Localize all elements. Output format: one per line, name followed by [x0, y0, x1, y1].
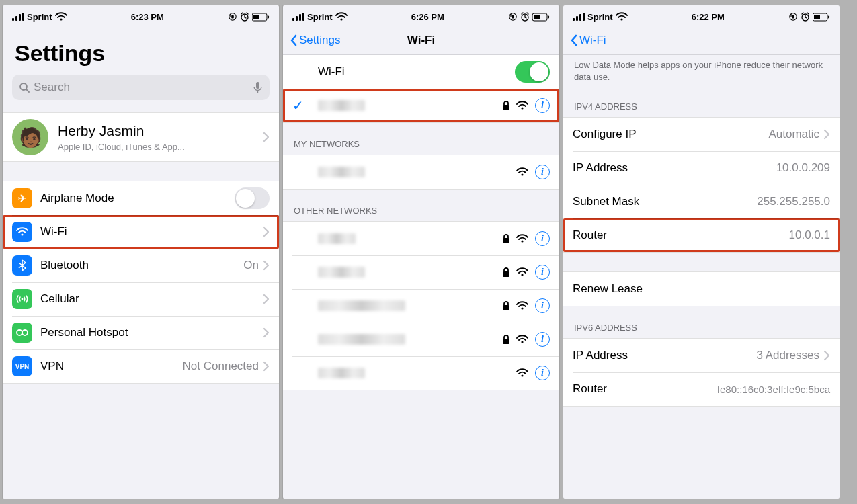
- lock-icon: [501, 101, 511, 110]
- airplane-label: Airplane Mode: [40, 192, 114, 205]
- network-row[interactable]: i: [283, 356, 559, 390]
- orientation-lock-icon: [788, 12, 798, 22]
- wifi-toggle[interactable]: [515, 61, 550, 83]
- airplane-toggle[interactable]: [235, 187, 270, 209]
- airplane-icon: ✈︎: [12, 188, 32, 208]
- screen-wifi-details: Sprint 6:22 PM Wi-Fi Low Data Mode helps…: [563, 5, 840, 499]
- carrier-text: Sprint: [27, 12, 52, 22]
- network-name-blurred: [318, 100, 365, 111]
- status-bar: Sprint 6:22 PM: [563, 5, 840, 26]
- info-icon[interactable]: i: [535, 332, 550, 347]
- subnet-row: Subnet Mask 255.255.255.0: [563, 185, 840, 218]
- connected-network-row[interactable]: ✓ i: [283, 89, 559, 122]
- bluetooth-row[interactable]: Bluetooth On: [3, 249, 279, 282]
- wifi-toggle-row[interactable]: Wi-Fi: [283, 55, 559, 89]
- network-row[interactable]: i: [283, 222, 559, 255]
- wifi-strength-icon: [516, 101, 528, 110]
- nav-title: Wi-Fi: [407, 34, 435, 47]
- router-row: Router 10.0.0.1: [563, 218, 840, 252]
- info-icon[interactable]: i: [535, 165, 550, 179]
- info-icon[interactable]: i: [535, 298, 550, 313]
- info-icon[interactable]: i: [535, 366, 550, 380]
- subnet-value: 255.255.255.0: [757, 195, 830, 208]
- network-row[interactable]: i: [283, 255, 559, 289]
- svg-point-16: [22, 298, 24, 300]
- wifi-strength-icon: [516, 301, 528, 310]
- vpn-label: VPN: [40, 360, 64, 373]
- low-data-note: Low Data Mode helps apps on your iPhone …: [563, 55, 840, 96]
- info-icon[interactable]: i: [535, 265, 550, 280]
- orientation-lock-icon: [508, 12, 518, 22]
- svg-point-18: [22, 330, 28, 335]
- header-other-networks: OTHER NETWORKS: [283, 190, 559, 221]
- nav-bar: Wi-Fi: [563, 26, 840, 55]
- configure-ip-row[interactable]: Configure IP Automatic: [563, 118, 840, 151]
- wifi-label: Wi-Fi: [40, 225, 67, 239]
- cellular-row[interactable]: Cellular: [3, 282, 279, 316]
- chevron-right-icon: [823, 129, 830, 140]
- hotspot-label: Personal Hotspot: [40, 326, 128, 339]
- ipv6-ip-label: IP Address: [573, 349, 628, 362]
- router-value: 10.0.0.1: [789, 228, 830, 242]
- network-row[interactable]: i: [283, 323, 559, 356]
- wifi-icon: [12, 222, 32, 242]
- bluetooth-value: On: [243, 259, 259, 272]
- bluetooth-label: Bluetooth: [40, 259, 89, 272]
- renew-lease-row[interactable]: Renew Lease: [563, 272, 840, 306]
- page-title: Settings: [3, 26, 279, 71]
- status-bar: Sprint 6:23 PM: [3, 5, 279, 26]
- lock-icon: [501, 301, 511, 310]
- vpn-row[interactable]: VPN VPN Not Connected: [3, 349, 279, 383]
- svg-point-17: [17, 330, 22, 335]
- network-name-blurred: [318, 334, 405, 345]
- status-time: 6:22 PM: [692, 12, 725, 22]
- status-time: 6:23 PM: [131, 12, 164, 22]
- alarm-icon: [240, 12, 249, 22]
- chevron-right-icon: [263, 327, 270, 338]
- configure-ip-value: Automatic: [768, 128, 819, 141]
- chevron-right-icon: [823, 350, 830, 361]
- battery-icon: [532, 13, 550, 22]
- wifi-row[interactable]: Wi-Fi: [3, 215, 279, 249]
- carrier-text: Sprint: [587, 12, 613, 22]
- chevron-right-icon: [263, 260, 270, 271]
- search-icon: [19, 82, 30, 93]
- header-ipv4: IPV4 ADDRESS: [563, 96, 840, 117]
- network-row[interactable]: i: [283, 289, 559, 323]
- renew-lease-label: Renew Lease: [573, 282, 643, 296]
- orientation-lock-icon: [228, 12, 237, 22]
- wifi-strength-icon: [516, 167, 528, 177]
- battery-icon: [813, 13, 830, 22]
- hotspot-row[interactable]: Personal Hotspot: [3, 316, 279, 349]
- header-my-networks: MY NETWORKS: [283, 123, 559, 155]
- airplane-mode-row[interactable]: ✈︎ Airplane Mode: [3, 181, 279, 215]
- status-time: 6:26 PM: [411, 12, 444, 22]
- network-name-blurred: [318, 167, 365, 177]
- account-row[interactable]: 🧑🏾 Herby Jasmin Apple ID, iCloud, iTunes…: [3, 113, 279, 161]
- cellular-label: Cellular: [40, 292, 79, 306]
- nav-bar: Settings Wi-Fi: [283, 26, 559, 55]
- back-chevron-icon: [570, 34, 578, 46]
- checkmark-icon: ✓: [292, 97, 318, 114]
- search-input[interactable]: Search: [12, 75, 270, 100]
- info-icon[interactable]: i: [535, 231, 550, 246]
- ipv6-router-label: Router: [573, 382, 607, 396]
- wifi-status-icon: [335, 12, 348, 22]
- header-ipv6: IPV6 ADDRESS: [563, 306, 840, 338]
- ipv6-ip-row[interactable]: IP Address 3 Addresses: [563, 339, 840, 372]
- vpn-icon: VPN: [12, 356, 32, 376]
- lock-icon: [501, 234, 511, 243]
- ip-address-label: IP Address: [573, 161, 628, 175]
- back-label: Settings: [299, 34, 340, 47]
- wifi-strength-icon: [516, 368, 528, 378]
- ip-address-value: 10.0.0.209: [776, 161, 830, 175]
- network-name-blurred: [318, 300, 405, 311]
- wifi-status-icon: [55, 12, 67, 22]
- info-icon[interactable]: i: [535, 98, 550, 113]
- back-button[interactable]: Settings: [290, 34, 340, 47]
- back-button[interactable]: Wi-Fi: [570, 34, 606, 47]
- carrier-text: Sprint: [307, 12, 333, 22]
- configure-ip-label: Configure IP: [573, 128, 637, 141]
- network-row[interactable]: i: [283, 155, 559, 189]
- mic-icon[interactable]: [253, 81, 263, 93]
